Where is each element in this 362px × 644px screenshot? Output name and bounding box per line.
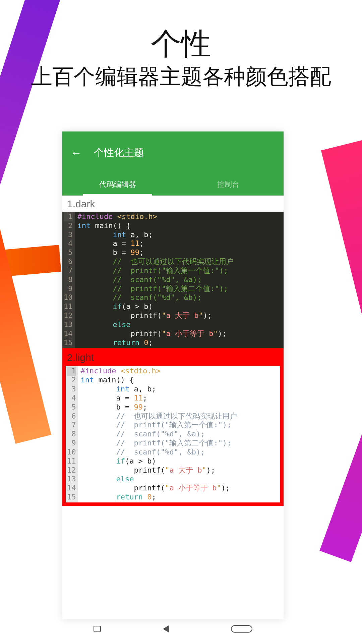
- hero-subtitle: 上百个编辑器主题各种颜色搭配: [31, 62, 331, 91]
- page-title: 个性化主题: [94, 146, 144, 160]
- code-line: printf("a 小于等于 b");: [81, 484, 281, 493]
- home-icon[interactable]: [231, 625, 252, 633]
- code-line: return 0;: [77, 338, 284, 347]
- code-line: b = 99;: [77, 248, 284, 257]
- app-toolbar: ← 个性化主题: [62, 131, 284, 176]
- code-lines: #include <stdio.h>int main() { int a, b;…: [78, 366, 281, 502]
- code-line: int a, b;: [77, 230, 284, 239]
- hero-title: 个性: [151, 23, 211, 64]
- code-line: // scanf("%d", &b);: [81, 448, 281, 457]
- code-line: // printf("输入第一个值:");: [81, 421, 281, 430]
- theme-item[interactable]: 1.dark123456789101112131415#include <std…: [62, 196, 284, 348]
- theme-item[interactable]: 2.light123456789101112131415#include <st…: [62, 348, 284, 505]
- code-line: else: [77, 320, 284, 329]
- code-lines: #include <stdio.h>int main() { int a, b;…: [75, 212, 284, 348]
- tab-code-editor[interactable]: 代码编辑器: [62, 176, 173, 196]
- code-line: // 也可以通过以下代码实现让用户: [81, 412, 281, 421]
- code-line: int main() {: [81, 376, 281, 385]
- code-preview: 123456789101112131415#include <stdio.h>i…: [62, 212, 284, 348]
- code-line: // scanf("%d", &b);: [77, 293, 284, 302]
- decorative-stripe: [321, 139, 362, 405]
- code-line: printf("a 大于 b");: [81, 466, 281, 475]
- code-line: // scanf("%d", &a);: [77, 275, 284, 284]
- code-line: // 也可以通过以下代码实现让用户: [77, 257, 284, 266]
- decorative-stripe: [319, 330, 362, 562]
- tab-console[interactable]: 控制台: [173, 176, 284, 196]
- code-line: // printf("输入第一个值:");: [77, 266, 284, 275]
- theme-list: 1.dark123456789101112131415#include <std…: [62, 196, 284, 619]
- code-line: return 0;: [81, 493, 281, 502]
- theme-label: 2.light: [66, 351, 280, 366]
- code-line: printf("a 小于等于 b");: [77, 329, 284, 338]
- back-icon[interactable]: [163, 625, 169, 633]
- code-line: b = 99;: [81, 403, 281, 412]
- theme-label: 1.dark: [62, 196, 284, 212]
- recent-apps-icon[interactable]: [94, 626, 101, 632]
- back-arrow-icon[interactable]: ←: [70, 147, 82, 158]
- tabbar: 代码编辑器 控制台: [62, 176, 284, 196]
- code-line: #include <stdio.h>: [81, 367, 281, 376]
- code-line: if(a > b): [81, 457, 281, 466]
- android-navbar: [62, 619, 284, 639]
- code-line: // printf("输入第二个值:");: [81, 439, 281, 448]
- code-line: else: [81, 475, 281, 484]
- code-line: // scanf("%d", &a);: [81, 430, 281, 439]
- code-line: int main() {: [77, 221, 284, 230]
- code-preview: 123456789101112131415#include <stdio.h>i…: [66, 366, 280, 502]
- code-line: a = 11;: [77, 239, 284, 248]
- app-screenshot: ← 个性化主题 代码编辑器 控制台 1.dark1234567891011121…: [62, 131, 284, 619]
- code-line: printf("a 大于 b");: [77, 311, 284, 320]
- code-line: #include <stdio.h>: [77, 212, 284, 221]
- code-line: // printf("输入第二个值:");: [77, 284, 284, 293]
- code-line: a = 11;: [81, 394, 281, 403]
- decorative-stripe: [0, 0, 63, 279]
- decorative-stripe: [0, 207, 51, 444]
- code-line: int a, b;: [81, 385, 281, 394]
- line-numbers: 123456789101112131415: [66, 366, 78, 502]
- line-numbers: 123456789101112131415: [62, 212, 75, 348]
- code-line: if(a > b): [77, 302, 284, 311]
